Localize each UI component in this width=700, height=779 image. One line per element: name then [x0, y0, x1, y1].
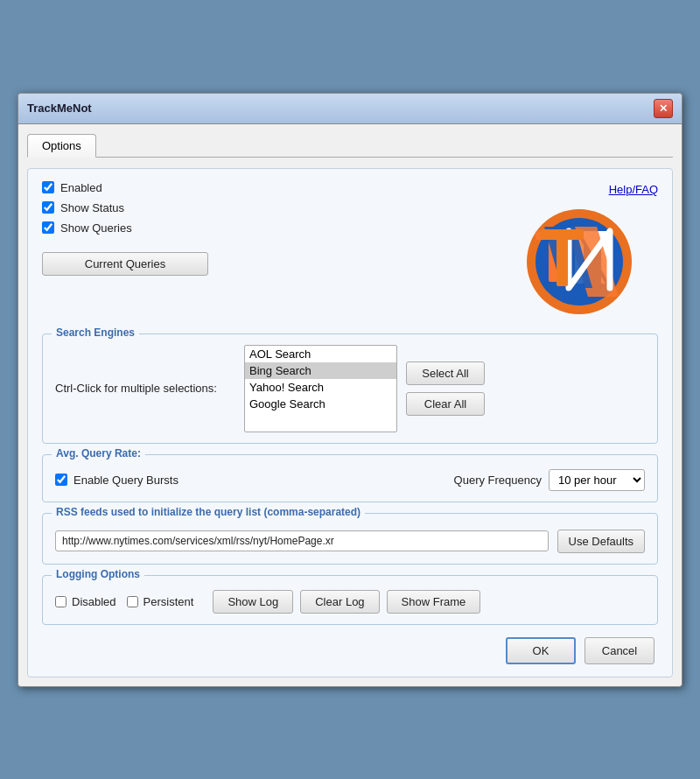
logging-inner: Disabled Persistent Show Log Clear Log S… — [55, 586, 645, 614]
search-engines-section: Search Engines Ctrl-Click for multiple s… — [42, 333, 658, 444]
show-status-label: Show Status — [60, 201, 124, 214]
tab-bar: Options — [27, 133, 673, 158]
avg-query-rate-section: Avg. Query Rate: Enable Query Bursts Que… — [42, 454, 658, 502]
rss-feeds-section: RSS feeds used to initialize the query l… — [42, 513, 658, 565]
close-button[interactable]: ✕ — [654, 99, 673, 118]
ok-button[interactable]: OK — [506, 637, 576, 664]
help-faq-link[interactable]: Help/FAQ — [609, 183, 658, 196]
top-section: Enabled Show Status Show Queries Current… — [42, 181, 658, 321]
show-status-checkbox[interactable] — [42, 201, 54, 214]
current-queries-button[interactable]: Current Queries — [42, 252, 208, 276]
checkboxes-area: Enabled Show Status Show Queries Current… — [42, 181, 208, 276]
select-clear-btns: Select All Clear All — [406, 345, 485, 432]
ctrl-click-label: Ctrl-Click for multiple selections: — [55, 382, 230, 395]
persistent-checkbox[interactable] — [127, 596, 138, 607]
engine-option-yahoo[interactable]: Yahoo! Search — [245, 379, 396, 396]
disabled-check-group: Disabled — [55, 595, 116, 608]
tmn-logo-svg — [518, 205, 640, 319]
engine-option-bing[interactable]: Bing Search — [245, 362, 396, 379]
show-queries-row: Show Queries — [42, 221, 208, 235]
enable-bursts-checkbox[interactable] — [55, 474, 67, 486]
rss-inner: Use Defaults — [55, 524, 645, 553]
engine-option-aol[interactable]: AOL Search — [245, 346, 396, 362]
show-frame-button[interactable]: Show Frame — [387, 590, 481, 614]
disabled-label: Disabled — [72, 595, 116, 608]
show-log-button[interactable]: Show Log — [213, 590, 293, 614]
clear-all-button[interactable]: Clear All — [406, 392, 485, 416]
rss-input[interactable] — [55, 530, 549, 551]
logging-buttons: Show Log Clear Log Show Frame — [213, 590, 480, 614]
cancel-button[interactable]: Cancel — [584, 637, 654, 664]
query-rate-inner: Enable Query Bursts Query Frequency 10 p… — [55, 466, 645, 491]
query-frequency-select[interactable]: 10 per hour 5 per hour 20 per hour 30 pe… — [549, 469, 645, 491]
use-defaults-button[interactable]: Use Defaults — [557, 530, 645, 553]
logging-options-section: Logging Options Disabled Persistent Show… — [42, 575, 658, 625]
avg-query-rate-legend: Avg. Query Rate: — [52, 447, 145, 460]
enabled-label: Enabled — [60, 181, 102, 194]
persistent-label: Persistent — [144, 595, 194, 608]
logo-area: Help/FAQ — [500, 181, 658, 321]
search-engines-inner: Ctrl-Click for multiple selections: AOL … — [55, 345, 645, 432]
rss-feeds-legend: RSS feeds used to initialize the query l… — [52, 506, 365, 518]
enable-bursts-label: Enable Query Bursts — [74, 474, 178, 487]
engine-option-google[interactable]: Google Search — [245, 396, 396, 412]
logging-options-legend: Logging Options — [52, 568, 144, 580]
search-engines-legend: Search Engines — [52, 326, 139, 339]
enabled-row: Enabled — [42, 181, 208, 194]
window-content: Options Enabled Show Status — [18, 124, 682, 686]
enable-bursts-row: Enable Query Bursts — [55, 474, 178, 487]
tab-options[interactable]: Options — [27, 134, 96, 158]
enabled-checkbox[interactable] — [42, 181, 54, 193]
persistent-check-group: Persistent — [127, 595, 194, 608]
disabled-checkbox[interactable] — [55, 596, 66, 607]
select-all-button[interactable]: Select All — [406, 361, 485, 385]
engine-list[interactable]: AOL Search Bing Search Yahoo! Search Goo… — [244, 345, 397, 432]
logo — [518, 205, 640, 319]
main-panel: Enabled Show Status Show Queries Current… — [27, 168, 673, 677]
show-queries-checkbox[interactable] — [42, 221, 54, 234]
svg-rect-11 — [556, 238, 568, 286]
query-frequency-label: Query Frequency — [454, 474, 542, 487]
show-queries-label: Show Queries — [60, 221, 132, 235]
clear-log-button[interactable]: Clear Log — [300, 590, 379, 614]
footer: OK Cancel — [42, 637, 658, 664]
main-window: TrackMeNot ✕ Options Enabled — [18, 93, 682, 687]
show-status-row: Show Status — [42, 201, 208, 214]
title-bar: TrackMeNot ✕ — [18, 94, 682, 124]
query-freq-group: Query Frequency 10 per hour 5 per hour 2… — [454, 469, 645, 491]
window-title: TrackMeNot — [27, 102, 92, 115]
engine-list-wrap: AOL Search Bing Search Yahoo! Search Goo… — [244, 345, 485, 432]
